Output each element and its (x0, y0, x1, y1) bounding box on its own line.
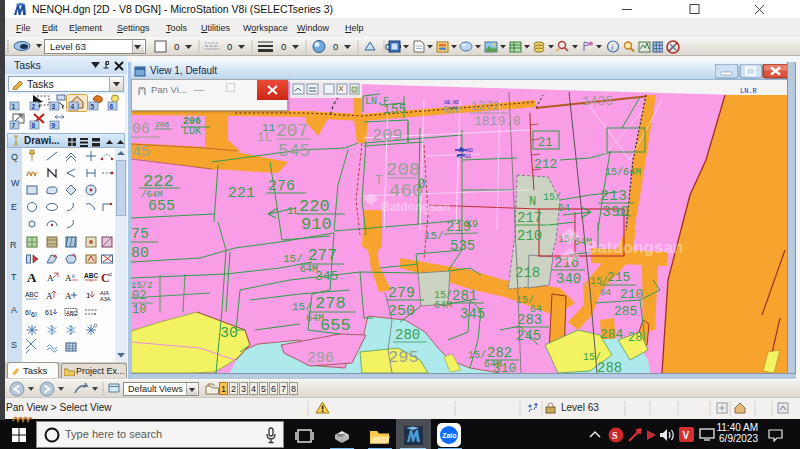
svg-text:64: 64 (600, 288, 611, 298)
svg-text:LUK: LUK (183, 126, 201, 137)
svg-text:ii: ii (72, 273, 75, 279)
svg-text:278: 278 (315, 294, 346, 313)
svg-text:S: S (612, 430, 618, 441)
svg-text:64: 64 (558, 203, 570, 214)
svg-text:06: 06 (132, 121, 150, 138)
svg-text:1: 1 (12, 103, 16, 110)
svg-text:6: 6 (110, 103, 114, 110)
svg-text:218: 218 (515, 265, 540, 281)
svg-text:S: S (11, 340, 17, 350)
svg-text:212: 212 (534, 157, 557, 172)
svg-text:245: 245 (516, 328, 541, 344)
svg-text:5: 5 (91, 103, 95, 110)
svg-text:15/: 15/ (543, 192, 561, 203)
svg-text:LN.R: LN.R (740, 87, 758, 95)
svg-text:250: 250 (388, 303, 415, 320)
svg-text:T: T (375, 173, 383, 188)
svg-text:0: 0 (333, 41, 338, 52)
svg-text:A: A (65, 273, 72, 283)
svg-text:A: A (27, 270, 37, 285)
svg-text:ABC: ABC (84, 272, 98, 279)
svg-text:A: A (11, 305, 17, 315)
svg-text:4705: 4705 (448, 106, 458, 110)
svg-text:279: 279 (388, 285, 415, 302)
svg-text:217: 217 (517, 210, 542, 226)
svg-text:1272: 1272 (471, 100, 500, 114)
svg-text:310: 310 (493, 361, 516, 373)
svg-text:ABC: ABC (66, 310, 77, 316)
svg-text:655: 655 (148, 198, 175, 215)
svg-text:9: 9 (52, 122, 56, 129)
svg-text:6!: 6! (25, 309, 31, 316)
svg-text:1L: 1L (257, 130, 273, 145)
svg-text:288: 288 (597, 360, 622, 373)
svg-text:ABC: ABC (25, 291, 39, 298)
svg-text:15/: 15/ (292, 301, 312, 313)
svg-text:Batdongsan: Batdongsan (585, 238, 683, 257)
svg-text:209: 209 (372, 126, 403, 145)
svg-text:c: c (109, 271, 112, 277)
svg-text:655: 655 (320, 316, 351, 335)
svg-text:15/: 15/ (424, 230, 444, 242)
svg-text:213: 213 (600, 188, 627, 205)
svg-text:3: 3 (52, 103, 56, 110)
svg-text:390: 390 (602, 204, 629, 221)
svg-text:6!: 6! (31, 311, 37, 318)
svg-text:283: 283 (517, 312, 542, 328)
svg-text:A3A: A3A (100, 296, 111, 302)
svg-text:4: 4 (71, 103, 75, 110)
svg-text:296: 296 (307, 350, 334, 367)
svg-text:2: 2 (32, 103, 36, 110)
svg-text:345: 345 (460, 306, 485, 322)
svg-text:45: 45 (132, 144, 150, 161)
svg-text:30: 30 (220, 325, 238, 342)
svg-text:Zalo: Zalo (442, 432, 456, 439)
svg-text:295: 295 (388, 348, 419, 367)
svg-text:10: 10 (132, 303, 146, 317)
svg-text:Q: Q (11, 152, 18, 162)
svg-text:220: 220 (299, 197, 330, 216)
svg-text:221: 221 (228, 185, 255, 202)
svg-text:535: 535 (450, 238, 475, 254)
svg-text:345: 345 (315, 269, 338, 284)
svg-text:206: 206 (155, 120, 170, 129)
svg-text:Batdongsan: Batdongsan (381, 200, 450, 214)
svg-text:0: 0 (227, 41, 232, 52)
svg-text:A: A (47, 273, 54, 283)
svg-text:75: 75 (131, 226, 149, 243)
svg-text:K9: K9 (466, 219, 478, 230)
svg-text:8: 8 (32, 122, 36, 129)
svg-text:V: V (682, 430, 689, 441)
svg-text:340: 340 (556, 271, 581, 287)
svg-text:80: 80 (131, 245, 149, 262)
svg-text:155: 155 (383, 102, 406, 117)
svg-text:R: R (10, 240, 17, 250)
svg-text:277: 277 (308, 247, 337, 265)
svg-text:E: E (11, 202, 17, 212)
svg-text:64M: 64M (434, 300, 452, 311)
svg-text:276: 276 (268, 178, 295, 195)
svg-text:0: 0 (281, 41, 286, 52)
svg-text:207: 207 (276, 121, 308, 141)
svg-text:545: 545 (278, 141, 310, 161)
svg-text:7: 7 (12, 122, 16, 129)
svg-text:1819.8: 1819.8 (474, 114, 521, 129)
svg-text:61: 61 (45, 309, 53, 316)
svg-text:15/2: 15/2 (131, 281, 153, 291)
svg-text:N: N (529, 195, 536, 209)
svg-text:i: i (611, 42, 614, 52)
svg-text:284: 284 (600, 327, 624, 342)
svg-text:210: 210 (517, 228, 542, 244)
svg-text:15/64M: 15/64M (605, 167, 641, 178)
svg-text:T: T (11, 272, 17, 282)
svg-text:215: 215 (607, 270, 630, 285)
svg-text:21: 21 (538, 136, 552, 150)
svg-text:A: A (65, 291, 72, 301)
svg-text:0: 0 (174, 41, 179, 52)
svg-text:281: 281 (452, 288, 477, 304)
svg-text:910: 910 (301, 215, 332, 234)
svg-text:280: 280 (395, 327, 420, 343)
svg-text:28: 28 (628, 331, 642, 345)
svg-text:1435: 1435 (582, 94, 613, 109)
svg-text:285: 285 (614, 304, 637, 319)
